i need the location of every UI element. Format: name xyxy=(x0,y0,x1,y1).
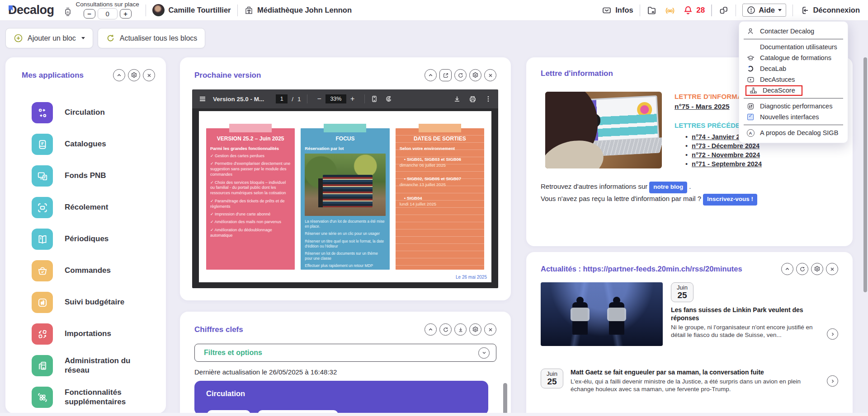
feature-item: Permettre d'exemplariser directement une… xyxy=(210,161,291,178)
menu-item-a-propos[interactable]: A propos de Decalog SIGB xyxy=(739,127,848,138)
chevron-right-icon[interactable] xyxy=(827,375,838,387)
pdf-fit-page-icon[interactable] xyxy=(371,95,378,103)
close-icon[interactable] xyxy=(826,263,838,275)
app-item-administration-reseau[interactable]: Administration du réseau xyxy=(22,355,155,376)
gear-icon[interactable] xyxy=(811,263,823,275)
close-icon[interactable] xyxy=(484,69,496,81)
consultations-stepper: − + xyxy=(84,8,132,19)
menu-item-documentation-utilisateurs[interactable]: Documentation utilisateurs xyxy=(739,42,848,52)
gear-icon[interactable] xyxy=(128,69,140,81)
pdf-page-input[interactable]: 1 xyxy=(276,94,288,103)
block-title: Chiffres clefs xyxy=(194,325,243,334)
collapse-icon[interactable] xyxy=(781,263,793,275)
block-scrollbar[interactable] xyxy=(503,383,507,416)
menu-item-diagnostic-performances[interactable]: Diagnostic performances xyxy=(739,101,848,112)
open-external-icon[interactable] xyxy=(439,69,452,81)
decalog-logo[interactable]: Decalog xyxy=(8,3,54,17)
previous-letter-link[interactable]: n°73 - Décembre 2024 xyxy=(692,142,760,150)
add-block-button[interactable]: Ajouter un bloc xyxy=(5,28,93,48)
gear-icon[interactable] xyxy=(469,323,481,336)
blog-period: . xyxy=(689,182,691,190)
consultations-plus-button[interactable]: + xyxy=(120,9,132,19)
block-title: Lettre d'information xyxy=(541,69,613,78)
release-date-group: SIGB01, SIGB03 et SIGB06 dimanche 06 jui… xyxy=(400,157,480,168)
news-title: Les fans suisses de Linkin Park veulent … xyxy=(671,306,827,323)
blog-button[interactable]: notre blog xyxy=(649,182,687,193)
pdf-rotate-icon[interactable] xyxy=(385,95,392,103)
close-icon[interactable] xyxy=(484,323,496,336)
consultations-minus-button[interactable]: − xyxy=(84,9,95,19)
panel-title: Circulation xyxy=(206,389,476,398)
app-label: Périodiques xyxy=(65,234,108,243)
slide-subtitle: Réservation par lot xyxy=(305,146,385,151)
refresh-icon[interactable] xyxy=(454,69,467,81)
person-icon xyxy=(745,28,755,35)
menu-item-catalogue-de-formations[interactable]: Catalogue de formations xyxy=(739,52,848,63)
menu-item-decalab[interactable]: DecaLab xyxy=(739,63,848,74)
gear-icon[interactable] xyxy=(469,69,481,81)
app-item-catalogues[interactable]: Catalogues xyxy=(22,134,155,155)
pdf-download-icon[interactable] xyxy=(453,95,461,103)
block-title: Actualités : https://partner-feeds.20min… xyxy=(541,265,742,273)
user-widget[interactable]: Camille Tourtillier xyxy=(152,4,231,16)
mail-text: Vous n'avez pas reçu la lettre d'informa… xyxy=(541,195,701,202)
news-item[interactable]: Juin 25 Matt Gaetz se fait engueuler par… xyxy=(541,369,838,393)
graduation-cap-icon xyxy=(745,54,755,62)
refresh-icon[interactable] xyxy=(796,263,808,275)
help-exclamation-icon xyxy=(747,6,755,14)
collapse-icon[interactable] xyxy=(425,69,437,81)
download-icon[interactable] xyxy=(454,323,467,336)
deconnexion-button[interactable]: Déconnexion xyxy=(799,5,860,15)
broadcast-icon[interactable] xyxy=(665,5,675,16)
collapse-icon[interactable] xyxy=(425,323,437,336)
subscribe-button[interactable]: Inscrivez-vous ! xyxy=(703,194,757,206)
pdf-canvas-area[interactable]: VERSION 25.2 – Juin 2025 Parmi les grand… xyxy=(192,108,498,288)
filters-options-accordion[interactable]: Filtres et options xyxy=(194,344,496,362)
video-play-icon xyxy=(745,76,755,84)
documents-folder-icon[interactable] xyxy=(646,5,657,16)
app-item-recolement[interactable]: Récolement xyxy=(22,197,155,218)
pdf-menu-icon[interactable] xyxy=(198,95,207,103)
newsletter-current-link[interactable]: n°75 - Mars 2025 xyxy=(675,103,730,111)
app-item-suivi-budgetaire[interactable]: Suivi budgétaire xyxy=(22,292,155,313)
pdf-zoom-in-button[interactable]: + xyxy=(346,95,359,103)
previous-letter-link[interactable]: n°71 - Septembre 2024 xyxy=(692,160,762,168)
app-item-fonds-pnb[interactable]: Fonds PNB xyxy=(22,165,155,187)
pdf-print-icon[interactable] xyxy=(469,95,476,103)
app-item-fonctionnalites-supplementaires[interactable]: Fonctionnalités supplémentaires xyxy=(22,387,155,408)
menu-item-decastuces[interactable]: DecAstuces xyxy=(739,74,848,85)
refresh-all-blocks-button[interactable]: Actualiser tous les blocs xyxy=(98,28,206,48)
pdf-zoom-out-button[interactable]: − xyxy=(313,95,326,103)
aide-button[interactable]: Aide xyxy=(742,4,786,17)
top-header: Decalog Consultations sur place − + Cami… xyxy=(0,0,868,21)
app-item-importations[interactable]: Importations xyxy=(22,323,155,345)
library-widget[interactable]: Médiathèque John Lennon xyxy=(244,5,352,15)
consultations-counter-input[interactable] xyxy=(98,8,118,19)
pdf-kebab-menu-icon[interactable] xyxy=(485,95,492,103)
menu-item-nouvelles-interfaces[interactable]: Nouvelles interfaces xyxy=(739,112,848,122)
previous-letter-item: n°72 - Novembre 2024 xyxy=(675,151,762,159)
collapse-icon[interactable] xyxy=(113,69,125,81)
app-label: Administration du réseau xyxy=(65,356,155,374)
refresh-icon[interactable] xyxy=(439,323,452,336)
link-chain-icon[interactable] xyxy=(718,5,729,16)
menu-item-contacter-decalog[interactable]: Contacter Decalog xyxy=(739,26,848,37)
app-item-commandes[interactable]: Commandes xyxy=(22,260,155,281)
infos-button[interactable]: Infos xyxy=(602,5,633,15)
chevron-right-icon[interactable] xyxy=(827,328,838,340)
close-icon[interactable] xyxy=(143,69,155,81)
menu-item-decascore[interactable]: DecaScore xyxy=(739,85,848,96)
badge-month: Juin xyxy=(671,284,693,291)
news-item[interactable]: Juin 25 Les fans suisses de Linkin Park … xyxy=(541,282,838,346)
page-scrollbar[interactable] xyxy=(863,57,867,292)
app-item-periodiques[interactable]: Périodiques xyxy=(22,229,155,250)
pdf-zoom-level[interactable]: 33% xyxy=(326,94,346,103)
news-description: Ni le groupe, ni l'organisateur n'ont en… xyxy=(671,323,827,339)
app-item-circulation[interactable]: Circulation xyxy=(22,102,155,123)
notifications-widget[interactable]: 28 xyxy=(683,5,705,16)
horizontal-scrollbar-track[interactable] xyxy=(0,413,868,416)
feature-item: Choix des services bloqués – individuel … xyxy=(210,180,291,196)
bell-icon xyxy=(683,5,693,16)
last-update-text: Dernière actualisation le 26/05/2025 à 1… xyxy=(194,368,496,376)
previous-letter-link[interactable]: n°72 - Novembre 2024 xyxy=(692,151,760,159)
